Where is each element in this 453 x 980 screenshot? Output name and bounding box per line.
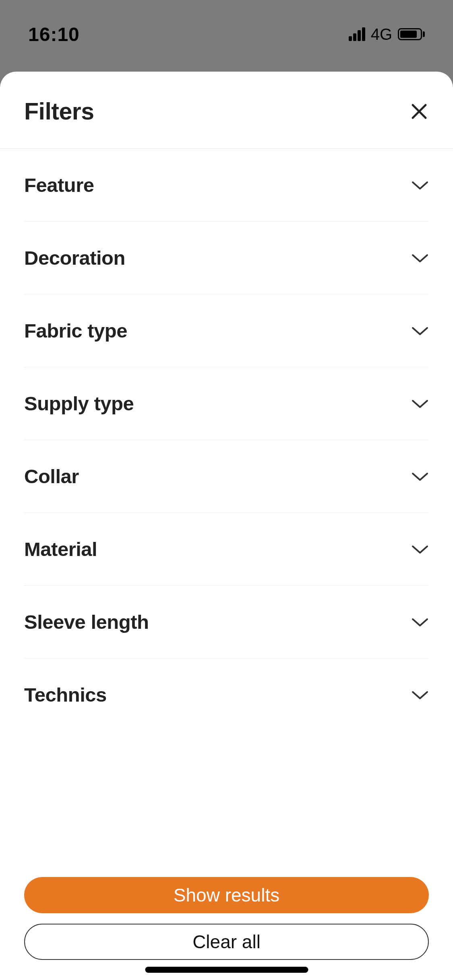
close-icon[interactable] <box>410 102 429 121</box>
filter-label: Supply type <box>24 392 134 415</box>
chevron-down-icon <box>411 325 429 336</box>
home-indicator[interactable] <box>145 967 308 973</box>
filter-label: Fabric type <box>24 319 127 342</box>
show-results-button[interactable]: Show results <box>24 877 429 913</box>
filter-label: Material <box>24 538 97 560</box>
filter-item-sleeve-length[interactable]: Sleeve length <box>24 586 429 659</box>
filter-item-feature[interactable]: Feature <box>24 149 429 222</box>
status-time: 16:10 <box>28 23 80 45</box>
filter-item-decoration[interactable]: Decoration <box>24 222 429 294</box>
filter-label: Feature <box>24 174 94 196</box>
chevron-down-icon <box>411 617 429 627</box>
network-type: 4G <box>371 25 392 43</box>
clear-all-button[interactable]: Clear all <box>24 924 429 960</box>
filter-label: Decoration <box>24 247 125 269</box>
filter-label: Sleeve length <box>24 611 149 633</box>
status-bar: 16:10 4G <box>0 0 453 52</box>
filter-label: Collar <box>24 465 79 488</box>
status-right: 4G <box>349 25 425 43</box>
filter-item-collar[interactable]: Collar <box>24 440 429 513</box>
chevron-down-icon <box>411 180 429 190</box>
filter-label: Technics <box>24 684 107 706</box>
chevron-down-icon <box>411 690 429 700</box>
signal-icon <box>349 27 365 41</box>
battery-icon <box>398 28 425 40</box>
filter-item-supply-type[interactable]: Supply type <box>24 367 429 440</box>
chevron-down-icon <box>411 253 429 263</box>
chevron-down-icon <box>411 544 429 554</box>
filter-item-material[interactable]: Material <box>24 513 429 586</box>
chevron-down-icon <box>411 398 429 409</box>
chevron-down-icon <box>411 471 429 482</box>
modal-footer: Show results Clear all <box>0 869 453 980</box>
filter-item-fabric-type[interactable]: Fabric type <box>24 294 429 367</box>
modal-header: Filters <box>0 72 453 149</box>
modal-title: Filters <box>24 98 94 125</box>
filter-item-technics[interactable]: Technics <box>24 659 429 731</box>
filters-modal: Filters Feature Decoration Fabric type S… <box>0 72 453 980</box>
filter-list: Feature Decoration Fabric type Supply ty… <box>0 149 453 869</box>
